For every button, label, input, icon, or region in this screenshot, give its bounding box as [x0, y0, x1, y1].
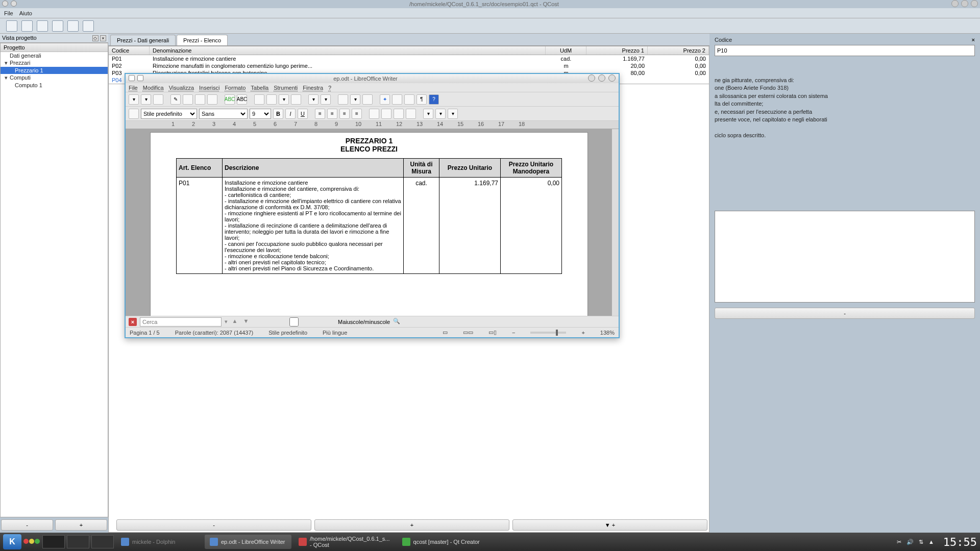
exit-icon[interactable] — [83, 20, 94, 32]
note-textarea[interactable] — [715, 211, 975, 303]
align-right-icon[interactable]: ≡ — [339, 109, 350, 119]
row-remove-button[interactable]: - — [116, 519, 311, 531]
view-single-icon[interactable]: ▭ — [443, 329, 448, 336]
find-prev-icon[interactable]: ▲ — [231, 318, 239, 326]
row-add-below-button[interactable]: ▼ + — [512, 519, 707, 531]
lo-menu-visualizza[interactable]: Visualizza — [169, 85, 194, 91]
tree-item-computi[interactable]: ▾Computi — [1, 74, 108, 82]
format-paintbrush-icon[interactable] — [291, 94, 301, 105]
export-icon[interactable] — [52, 20, 63, 32]
row-add-button[interactable]: + — [314, 519, 509, 531]
new-doc-icon[interactable]: ▾ — [129, 94, 139, 105]
save-icon[interactable] — [153, 94, 163, 105]
find-dropdown-icon[interactable]: ▾ — [225, 318, 228, 325]
new-file-icon[interactable] — [6, 20, 17, 32]
binoculars-icon[interactable]: 🔍 — [393, 318, 403, 326]
window-icon[interactable] — [2, 1, 8, 7]
italic-icon[interactable]: I — [285, 109, 296, 119]
menu-file[interactable]: File — [4, 10, 13, 16]
align-center-icon[interactable]: ≡ — [327, 109, 337, 119]
find-close-icon[interactable]: × — [129, 318, 137, 326]
lo-close-button[interactable] — [608, 74, 616, 82]
font-size-select[interactable]: 9 — [250, 109, 271, 119]
tree-remove-button[interactable]: - — [1, 519, 53, 531]
highlight-icon[interactable]: ▾ — [435, 109, 446, 119]
table-row[interactable]: P02 Rimozione manufatti in conglomerato … — [109, 62, 709, 69]
tree-add-button[interactable]: + — [55, 519, 107, 531]
document-viewport[interactable]: PREZZARIO 1 ELENCO PREZZI Art. Elenco De… — [126, 129, 619, 316]
tree-item-dati-generali[interactable]: Dati generali — [1, 52, 108, 59]
vertical-scrollbar[interactable] — [611, 129, 619, 316]
lo-menu-strumenti[interactable]: Strumenti — [274, 85, 298, 91]
lo-menu-modifica[interactable]: Modifica — [143, 85, 164, 91]
autospell-icon[interactable]: ABC — [237, 94, 247, 105]
th-codice[interactable]: Codice — [109, 46, 150, 55]
th-prezzo2[interactable]: Prezzo 2 — [648, 46, 709, 55]
navigator-icon[interactable]: ✦ — [380, 94, 390, 105]
number-list-icon[interactable] — [369, 109, 379, 119]
help-icon[interactable]: ? — [429, 94, 439, 105]
volume-tray-icon[interactable]: 🔊 — [906, 539, 914, 545]
table-insert-icon[interactable]: ▾ — [350, 94, 360, 105]
maximize-button[interactable] — [961, 0, 968, 7]
preview-icon[interactable] — [207, 94, 217, 105]
find-next-icon[interactable]: ▼ — [242, 318, 250, 326]
libreoffice-window[interactable]: ep.odt - LibreOffice Writer File Modific… — [125, 73, 620, 338]
tab-elenco[interactable]: Prezzi - Elenco — [177, 35, 228, 45]
tree-item-prezzario-1[interactable]: Prezzario 1 — [1, 67, 108, 74]
status-words[interactable]: Parole (caratteri): 2087 (14437) — [175, 330, 253, 336]
lo-window-menu-icon[interactable] — [129, 75, 135, 81]
underline-icon[interactable]: U — [298, 109, 308, 119]
gallery-icon[interactable] — [392, 94, 402, 105]
zoom-value[interactable]: 138% — [600, 330, 615, 336]
th-udm[interactable]: UdM — [546, 46, 586, 55]
lo-maximize-button[interactable] — [598, 74, 605, 82]
redo-icon[interactable]: ▾ — [321, 94, 331, 105]
copy-icon[interactable] — [266, 94, 277, 105]
zoom-slider[interactable] — [530, 332, 566, 334]
pdf-icon[interactable] — [183, 94, 193, 105]
pin-icon[interactable] — [11, 1, 17, 7]
status-language[interactable]: Più lingue — [323, 330, 347, 336]
cut-icon[interactable] — [254, 94, 264, 105]
task-qtcreator[interactable]: qcost [master] - Qt Creator — [397, 535, 485, 549]
find-input[interactable] — [140, 317, 222, 327]
th-denominazione[interactable]: Denominazione — [150, 46, 546, 55]
task-libreoffice[interactable]: ep.odt - LibreOffice Writer — [205, 535, 291, 549]
kickoff-button[interactable]: K — [3, 534, 21, 549]
desktop-pager-3[interactable] — [91, 535, 114, 548]
menu-aiuto[interactable]: Aiuto — [19, 10, 32, 16]
network-tray-icon[interactable]: ⇅ — [919, 539, 923, 545]
datasources-icon[interactable] — [404, 94, 414, 105]
open-folder-icon[interactable] — [21, 20, 33, 32]
codice-input[interactable] — [715, 45, 975, 56]
zoom-out-icon[interactable]: − — [512, 330, 515, 336]
activity-switcher[interactable] — [23, 539, 40, 545]
tree-item-computo-1[interactable]: Computo 1 — [1, 82, 108, 89]
task-dolphin[interactable]: mickele - Dolphin — [116, 535, 203, 549]
dock-close-icon[interactable]: × — [100, 35, 106, 41]
close-button[interactable] — [971, 0, 978, 7]
horizontal-ruler[interactable]: 123456789101112131415161718 — [126, 121, 619, 129]
align-left-icon[interactable]: ≡ — [315, 109, 325, 119]
lo-minimize-button[interactable] — [588, 74, 595, 82]
lo-menu-file[interactable]: File — [129, 85, 138, 91]
dock-float-icon[interactable]: ◇ — [92, 35, 99, 41]
bold-icon[interactable]: B — [273, 109, 283, 119]
bullet-list-icon[interactable] — [381, 109, 391, 119]
spellcheck-icon[interactable]: ABC — [225, 94, 235, 105]
undo-icon[interactable]: ▾ — [308, 94, 318, 105]
indent-more-icon[interactable] — [406, 109, 416, 119]
minimize-button[interactable] — [951, 0, 959, 7]
lo-menu-tabella[interactable]: Tabella — [251, 85, 268, 91]
task-qcost[interactable]: /home/mickele/QCost_0.6.1_s...- QCost — [293, 535, 395, 549]
clock[interactable]: 15:55 — [943, 536, 977, 548]
paragraph-style-select[interactable]: Stile predefinito — [141, 109, 197, 119]
styles-icon[interactable] — [129, 109, 139, 119]
background-icon[interactable]: ▾ — [448, 109, 458, 119]
project-tree[interactable]: Progetto Dati generali ▾Prezzari Prezzar… — [0, 43, 108, 517]
print-icon[interactable] — [67, 20, 79, 32]
updates-tray-icon[interactable]: ▲ — [928, 539, 934, 545]
th-prezzo1[interactable]: Prezzo 1 — [586, 46, 648, 55]
lo-menu-finestra[interactable]: Finestra — [303, 85, 323, 91]
